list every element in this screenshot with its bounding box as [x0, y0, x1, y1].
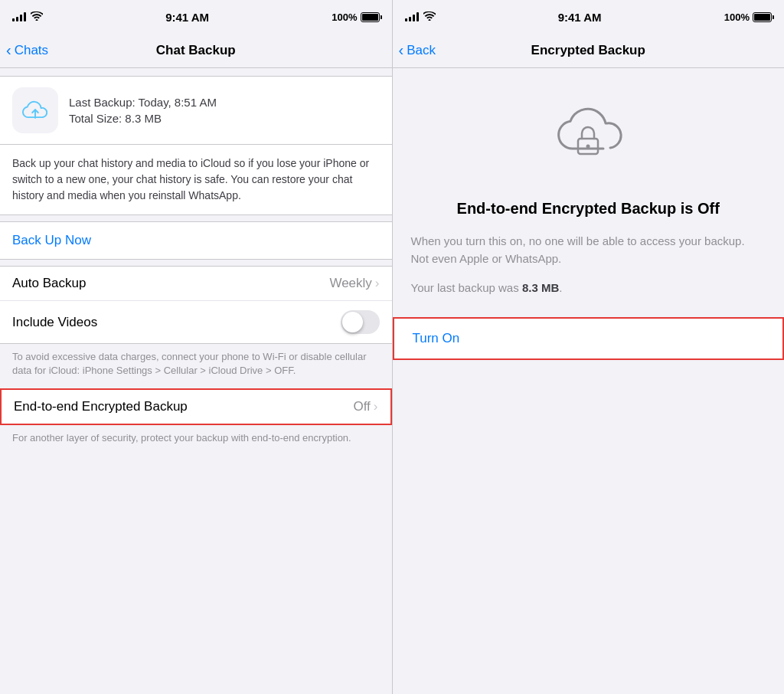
turn-on-button[interactable]: Turn On	[394, 319, 783, 358]
right-signal-icon	[405, 12, 419, 21]
right-back-label: Back	[407, 43, 436, 58]
left-scroll: Last Backup: Today, 8:51 AM Total Size: …	[0, 68, 392, 694]
left-status-bar: 9:41 AM 100%	[0, 0, 392, 34]
last-backup-prefix: Your last backup was	[411, 281, 522, 294]
back-chevron-icon: ‹	[6, 41, 11, 59]
total-size-text: Total Size: 8.3 MB	[69, 112, 217, 125]
description-section: Back up your chat history and media to i…	[0, 144, 392, 214]
left-battery: 100%	[332, 11, 379, 23]
right-screen: End-to-end Encrypted Backup is Off When …	[393, 68, 785, 694]
backup-meta: Last Backup: Today, 8:51 AM Total Size: …	[69, 96, 217, 125]
left-time: 9:41 AM	[165, 11, 209, 24]
video-footer: To avoid excessive data charges, connect…	[0, 344, 392, 388]
include-videos-row: Include Videos	[0, 301, 392, 343]
icloud-icon	[21, 96, 50, 125]
right-nav-bar: ‹ Back Encrypted Backup	[393, 34, 785, 67]
right-wifi-icon	[423, 11, 436, 23]
right-back-chevron-icon: ‹	[399, 41, 404, 59]
wifi-icon	[31, 11, 43, 23]
right-battery-icon	[753, 12, 772, 22]
right-battery: 100%	[724, 11, 772, 23]
right-content: End-to-end Encrypted Backup is Off When …	[393, 68, 785, 694]
back-up-now-button[interactable]: Back Up Now	[0, 222, 392, 259]
auto-backup-right: Weekly ›	[329, 276, 379, 291]
backup-now-section: Back Up Now	[0, 221, 392, 260]
toggle-thumb	[342, 312, 363, 332]
encrypted-backup-value: Off	[353, 399, 370, 414]
encrypted-footer-text: For another layer of security, protect y…	[12, 432, 351, 444]
encrypted-chevron-icon: ›	[374, 399, 378, 414]
left-nav-title: Chat Backup	[156, 43, 236, 58]
right-time: 9:41 AM	[558, 11, 602, 24]
status-bar-row: 9:41 AM 100% 9:41 AM 100%	[0, 0, 784, 34]
auto-backup-value: Weekly	[329, 276, 371, 291]
description-text: Back up your chat history and media to i…	[12, 155, 380, 204]
last-backup-size: 8.3 MB	[522, 281, 559, 294]
encrypted-backup-title: End-to-end Encrypted Backup is Off	[433, 200, 744, 218]
gap3	[0, 260, 392, 266]
auto-backup-row[interactable]: Auto Backup Weekly ›	[0, 267, 392, 301]
battery-icon	[361, 12, 380, 22]
right-status-icons	[405, 11, 436, 23]
auto-backup-chevron-icon: ›	[375, 276, 380, 291]
icloud-icon-box	[12, 87, 58, 133]
left-nav-bar: ‹ Chats Chat Backup	[0, 34, 393, 67]
left-status-icons	[12, 11, 43, 23]
turn-on-section: Turn On	[393, 317, 785, 360]
gap2	[0, 215, 392, 221]
svg-rect-2	[587, 146, 590, 149]
encrypted-backup-section: End-to-end Encrypted Backup Off ›	[0, 388, 392, 425]
include-videos-label: Include Videos	[12, 315, 97, 330]
back-button[interactable]: ‹ Back	[399, 42, 436, 59]
auto-backup-label: Auto Backup	[12, 276, 86, 291]
include-videos-toggle[interactable]	[341, 310, 380, 334]
last-backup-info: Your last backup was 8.3 MB.	[393, 281, 785, 294]
lock-cloud-icon	[546, 99, 630, 178]
chats-back-button[interactable]: ‹ Chats	[6, 42, 48, 59]
right-status-bar: 9:41 AM 100%	[392, 0, 785, 34]
signal-icon	[12, 12, 26, 21]
encrypted-backup-row[interactable]: End-to-end Encrypted Backup Off ›	[2, 390, 390, 424]
backup-info-section: Last Backup: Today, 8:51 AM Total Size: …	[0, 76, 392, 215]
encrypted-footer: For another layer of security, protect y…	[0, 425, 392, 456]
video-footer-text: To avoid excessive data charges, connect…	[12, 351, 366, 376]
backup-info-row: Last Backup: Today, 8:51 AM Total Size: …	[0, 77, 392, 144]
last-backup-text: Last Backup: Today, 8:51 AM	[69, 96, 217, 109]
encrypted-backup-description: When you turn this on, no one will be ab…	[393, 233, 785, 267]
back-label: Chats	[15, 43, 48, 58]
settings-list-section: Auto Backup Weekly › Include Videos	[0, 266, 392, 344]
last-backup-suffix: .	[559, 281, 562, 294]
encrypted-backup-label: End-to-end Encrypted Backup	[14, 399, 188, 414]
left-screen: Last Backup: Today, 8:51 AM Total Size: …	[0, 68, 393, 694]
gap1	[0, 68, 392, 76]
right-nav-title: Encrypted Backup	[531, 43, 645, 58]
encrypted-backup-right: Off ›	[353, 399, 377, 414]
